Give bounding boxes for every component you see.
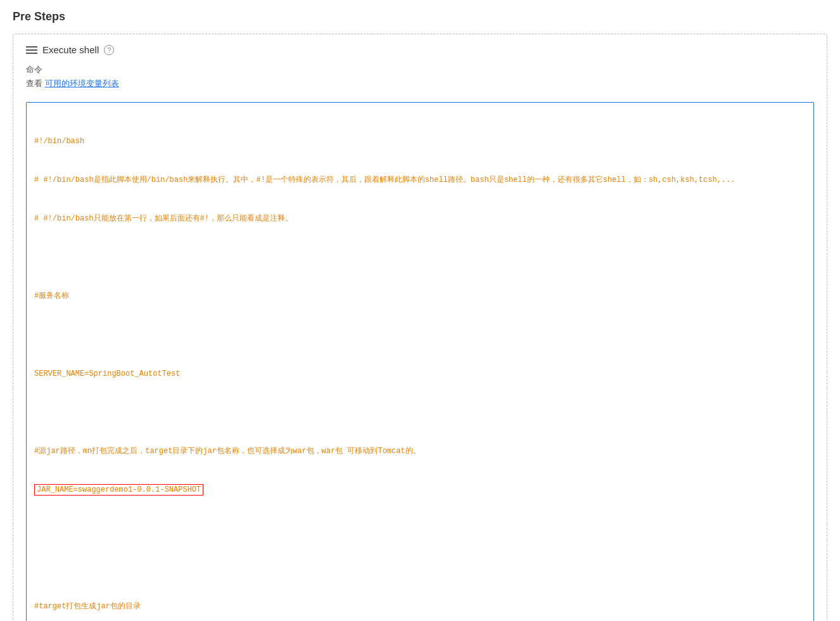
page-title: Pre Steps (13, 10, 827, 23)
hamburger-icon[interactable] (26, 46, 37, 54)
code-line (34, 561, 806, 574)
code-line: #target打包生成jar包的目录 (34, 600, 806, 613)
code-line: #源jar路径，mn打包完成之后，target目录下的jar包名称，也可选择成为… (34, 445, 806, 458)
code-line: #!/bin/bash (34, 135, 806, 148)
code-line: # #!/bin/bash是指此脚本使用/bin/bash来解释执行。其中，#!… (34, 174, 806, 186)
card-header: Execute shell ? (26, 44, 814, 55)
env-variables-link[interactable]: 可用的环境变量列表 (45, 78, 119, 89)
code-line (34, 251, 806, 264)
code-line-jar-name: JAR_NAME=swaggerdemo1-0.0.1-SNAPSHOT (34, 483, 806, 496)
env-link-row: 查看 可用的环境变量列表 (26, 78, 814, 96)
code-line: #服务名称 (34, 290, 806, 302)
page-container: Pre Steps Execute shell ? 命令 查看 可用的环境变量列… (0, 0, 840, 621)
code-line (34, 406, 806, 419)
help-icon[interactable]: ? (104, 45, 114, 55)
code-line (34, 329, 806, 342)
execute-shell-label: Execute shell (42, 44, 99, 55)
pre-steps-card: Execute shell ? 命令 查看 可用的环境变量列表 #!/bin/b… (13, 34, 827, 621)
code-line: SERVER_NAME=SpringBoot_AutotTest (34, 368, 806, 380)
code-line: # #!/bin/bash只能放在第一行，如果后面还有#!，那么只能看成是注释。 (34, 212, 806, 225)
code-line (34, 523, 806, 535)
env-link-prefix: 查看 (26, 79, 45, 88)
command-label: 命令 (26, 64, 814, 75)
code-editor[interactable]: #!/bin/bash # #!/bin/bash是指此脚本使用/bin/bas… (26, 102, 814, 621)
